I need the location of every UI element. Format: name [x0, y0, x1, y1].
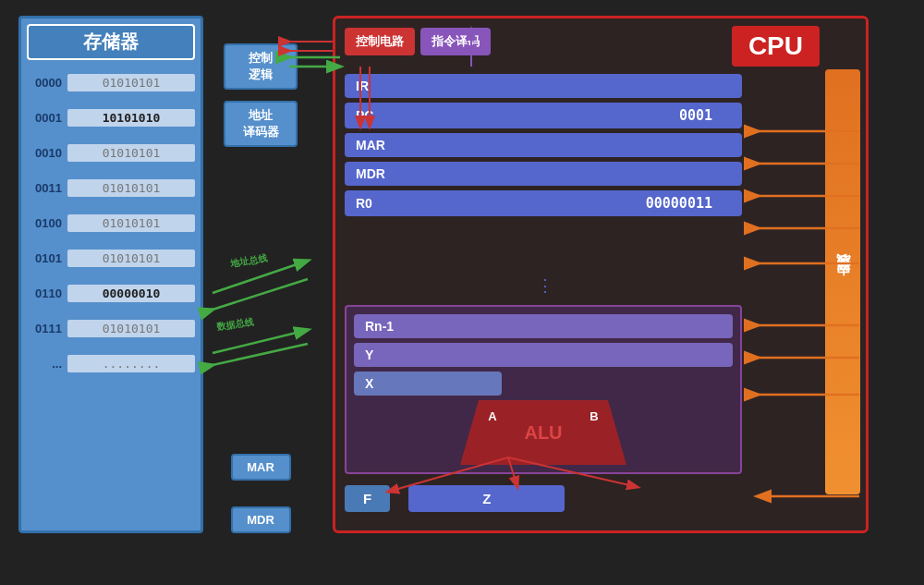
table-row: 0110 00000010 — [27, 276, 195, 311]
instr-decode-box: 指令译码 — [420, 28, 491, 55]
mem-addr-7: 0111 — [27, 322, 62, 335]
mem-data-4: 01010101 — [67, 214, 195, 232]
y-register: Y — [354, 343, 733, 367]
internal-bus-bar: 内部总线 — [825, 69, 860, 494]
mem-data-2: 01010101 — [67, 144, 195, 162]
mar-label: MAR — [356, 138, 402, 152]
alu-wrapper: ALU A B — [354, 400, 733, 465]
memory-table: 0000 01010101 0001 10101010 0010 0101010… — [27, 66, 195, 382]
mem-data-7: 01010101 — [67, 320, 195, 337]
full-diagram: 存储器 0000 01010101 0001 10101010 0010 010… — [18, 16, 906, 570]
mem-data-5: 01010101 — [67, 250, 195, 267]
diagram-container: 存储器 0000 01010101 0001 10101010 0010 010… — [0, 0, 924, 585]
pc-register: PC 0001 — [345, 103, 742, 128]
mar-register: MAR — [345, 133, 742, 157]
table-row: 0010 01010101 — [27, 136, 195, 171]
alu-shape: ALU A B — [460, 400, 626, 465]
alu-svg: ALU A B — [460, 400, 626, 465]
table-row: 0001 10101010 — [27, 101, 195, 136]
mdr-register: MDR — [345, 162, 742, 186]
mem-data-dots: ........ — [67, 355, 195, 372]
table-row: 0101 01010101 — [27, 241, 195, 276]
cpu-label: CPU — [732, 26, 820, 67]
control-logic-box: 控制逻辑 — [224, 43, 298, 90]
mem-data-0: 01010101 — [67, 74, 195, 91]
mar-box: MAR — [231, 454, 291, 481]
ir-label: IR — [356, 79, 402, 93]
mem-addr-2: 0010 — [27, 146, 62, 160]
f-box: F — [345, 485, 390, 512]
svg-text:ALU: ALU — [524, 422, 562, 443]
table-row: ... ........ — [27, 347, 195, 382]
pc-value: 0001 — [679, 107, 712, 124]
mem-addr-4: 0100 — [27, 216, 62, 230]
mem-addr-0: 0000 — [27, 76, 62, 90]
mdr-box: MDR — [231, 506, 291, 533]
cpu-block: CPU 控制电路 指令译码 IR PC 0001 — [333, 16, 869, 533]
internal-bus-label: 内部总线 — [834, 276, 852, 287]
mem-addr-1: 0001 — [27, 111, 62, 125]
table-row: 0100 01010101 — [27, 206, 195, 241]
mem-addr-3: 0011 — [27, 181, 62, 195]
mdr-label: MDR — [356, 166, 402, 181]
addr-decoder-box: 地址译码器 — [224, 101, 298, 147]
rn1-register: Rn-1 — [354, 314, 733, 338]
memory-title: 存储器 — [27, 24, 195, 60]
svg-text:B: B — [590, 409, 598, 423]
table-row: 0011 01010101 — [27, 171, 195, 206]
control-circuit-box: 控制电路 — [345, 28, 415, 55]
mem-data-1: 10101010 — [67, 109, 195, 127]
z-box: Z — [408, 485, 565, 512]
lower-cpu-section: Rn-1 Y X ALU A B — [345, 305, 742, 474]
table-row: 0111 01010101 — [27, 311, 195, 347]
table-row: 0000 01010101 — [27, 66, 195, 101]
mem-addr-6: 0110 — [27, 286, 62, 300]
mem-data-3: 01010101 — [67, 179, 195, 197]
cpu-top-bar: 控制电路 指令译码 — [345, 28, 491, 55]
bottom-row: F Z — [345, 485, 565, 512]
ir-register: IR — [345, 74, 742, 98]
r0-value: 00000011 — [646, 195, 712, 212]
x-register: X — [354, 372, 502, 396]
mem-addr-dots: ... — [27, 357, 62, 371]
mem-data-6: 00000010 — [67, 285, 195, 302]
pc-label: PC — [356, 108, 402, 123]
svg-text:A: A — [488, 409, 497, 423]
r0-register: R0 00000011 — [345, 190, 742, 216]
memory-block: 存储器 0000 01010101 0001 10101010 0010 010… — [18, 16, 203, 533]
mem-addr-5: 0101 — [27, 251, 62, 265]
r0-label: R0 — [356, 196, 402, 211]
registers-area: IR PC 0001 MAR MDR R0 00000011 — [345, 74, 742, 221]
middle-block: 控制逻辑 地址译码器 MAR MDR — [214, 16, 307, 533]
